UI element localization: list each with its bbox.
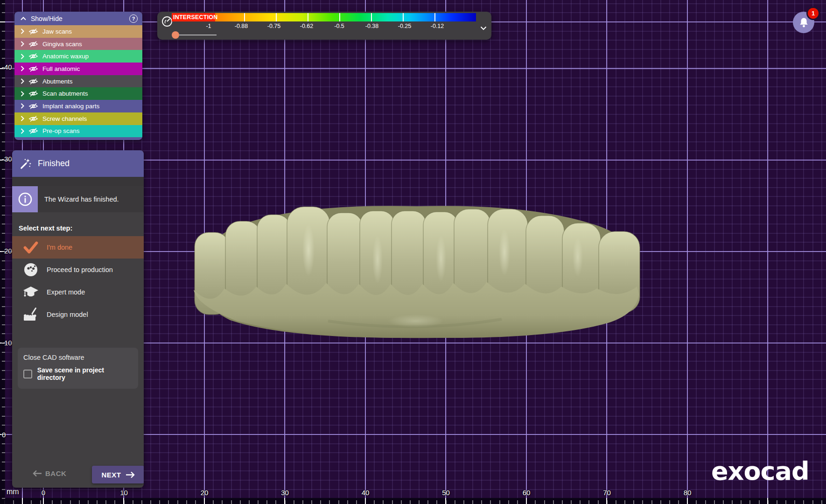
jaw-scan-model[interactable] [193,203,644,340]
help-icon[interactable]: ? [129,14,138,23]
close-cad-box: Close CAD software Save scene in project… [18,348,138,389]
colorbar-separator [403,13,404,21]
x-tick-label: 10 [120,489,128,497]
colorbar-separator [244,13,245,21]
option-expert-mode[interactable]: Expert mode [12,281,144,303]
layer-row-scan-abutments[interactable]: Scan abutments [14,87,142,100]
eye-hidden-icon[interactable] [28,90,38,97]
next-label: NEXT [101,471,121,479]
y-tick-label: -10 [2,339,12,347]
chevron-right-icon [21,66,24,71]
x-tick-label: 50 [442,489,450,497]
show-hide-title: Show/Hide [31,15,125,22]
wizard-divider [12,177,144,186]
y-tick-label: -40 [2,63,12,71]
layer-row-pre-op-scans[interactable]: Pre-op scans [14,125,142,138]
eye-hidden-icon[interactable] [28,28,38,35]
intersection-slider[interactable] [173,31,217,39]
layer-row-abutments[interactable]: Abutments [14,75,142,88]
option-label: Design model [47,311,88,318]
eye-hidden-icon[interactable] [28,78,38,85]
gauge-icon[interactable] [161,16,173,27]
info-icon [18,192,33,207]
chevron-right-icon [21,78,24,84]
eye-hidden-icon[interactable] [28,41,38,48]
eye-hidden-icon[interactable] [28,115,38,122]
eye-hidden-icon[interactable] [28,65,38,72]
option-design-model[interactable]: Design model [12,303,144,326]
chevron-up-icon [21,17,26,21]
wizard-header: Finished [12,150,144,177]
layer-label: Anatomic waxup [42,53,89,60]
option-proceed-to-production[interactable]: Proceed to production [12,259,144,281]
layer-label: Gingiva scans [42,41,82,48]
layer-label: Abutments [42,78,73,85]
layer-row-implant-analog-parts[interactable]: Implant analog parts [14,100,142,112]
y-tick-label: -20 [2,247,12,255]
layer-row-anatomic-waxup[interactable]: Anatomic waxup [14,50,142,63]
colorbar-tick: -0.25 [398,23,412,29]
slider-track[interactable] [173,35,217,35]
wizard-title: Finished [38,159,70,168]
exocad-watermark: exocad [711,456,809,486]
layer-label: Full anatomic [42,65,80,72]
wizard-panel: Finished The Wizard has finished. Select… [12,150,144,488]
layer-row-jaw-scans[interactable]: Jaw scans [14,25,142,38]
option-label: Expert mode [47,288,85,296]
ruler-unit-label: mm [7,488,19,496]
layer-row-gingiva-scans[interactable]: Gingiva scans [14,38,142,50]
intersection-colorbar: INTERSECTION [172,13,476,21]
chevron-right-icon [21,103,24,109]
layer-row-full-anatomic[interactable]: Full anatomic [14,63,142,75]
chevron-right-icon [21,41,24,47]
x-tick-label: 70 [603,489,611,497]
save-scene-checkbox[interactable] [23,370,32,378]
back-label: BACK [45,469,66,477]
back-button[interactable]: BACK [33,469,66,477]
colorbar-tick: -0.5 [334,23,344,29]
magic-wand-icon [20,158,32,170]
close-cad-title: Close CAD software [23,354,133,361]
ruler-x [0,498,826,504]
y-tick-label: -30 [2,155,12,163]
colorbar-separator [339,13,340,21]
save-scene-row[interactable]: Save scene in project directory [23,366,133,381]
wizard-info-row: The Wizard has finished. [12,186,144,212]
colorbar-separator [434,13,435,21]
colorbar-separator [308,13,308,21]
eye-hidden-icon[interactable] [28,127,38,134]
show-hide-footer [14,137,142,140]
colorbar-separator [371,13,372,21]
check-icon [23,241,38,253]
arrow-right-icon [126,471,135,478]
x-tick-label: 30 [281,489,289,497]
notification-bell-button[interactable]: 1 [793,12,814,33]
show-hide-header[interactable]: Show/Hide ? [14,12,142,25]
colorbar-tick: -0.62 [300,23,314,29]
arrow-left-icon [33,470,42,477]
layer-row-screw-channels[interactable]: Screw channels [14,112,142,125]
y-tick-label: 0 [2,431,6,439]
chevron-right-icon [21,28,24,34]
x-tick-label: 40 [362,489,370,497]
slider-handle[interactable] [172,31,179,39]
layer-label: Implant analog parts [42,103,99,110]
eye-hidden-icon[interactable] [28,103,38,110]
graduation-cap-icon [23,285,39,299]
colorbar-tick: -0.12 [431,23,444,29]
design-model-icon [23,307,39,322]
eye-hidden-icon[interactable] [28,53,38,60]
layer-label: Scan abutments [42,90,88,97]
app-window: mm 01020304050607080 -40-30-20-100 exoca… [0,0,826,504]
bell-icon [798,17,809,28]
colorbar-separator [276,13,277,21]
layer-label: Jaw scans [42,28,72,35]
x-tick-label: 20 [201,489,209,497]
collapse-chevron-icon[interactable] [480,26,487,30]
chevron-right-icon [21,91,24,97]
option-im-done[interactable]: I'm done [12,236,144,259]
next-button[interactable]: NEXT [92,466,144,483]
chevron-right-icon [21,54,24,59]
x-tick-label: 60 [523,489,531,497]
colorbar-tick: -0.88 [235,23,248,29]
